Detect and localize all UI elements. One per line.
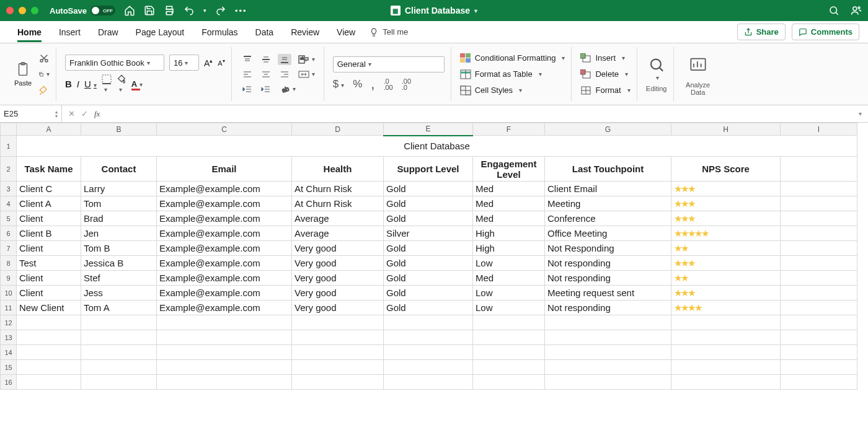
cell[interactable]: Med (473, 182, 545, 196)
row-header[interactable]: 3 (1, 182, 17, 196)
cell[interactable] (781, 286, 857, 300)
cell[interactable] (671, 315, 781, 330)
column-header-F[interactable]: F (473, 123, 545, 136)
cell[interactable] (384, 360, 473, 375)
cell[interactable] (781, 360, 857, 375)
table-header-cell[interactable]: Engagement Level (473, 157, 545, 182)
maximize-window-icon[interactable] (31, 7, 38, 14)
cell[interactable]: Average (292, 211, 384, 226)
share-button[interactable]: Share (737, 24, 786, 40)
cell[interactable]: Larry (81, 182, 157, 196)
cell[interactable]: Gold (384, 300, 473, 315)
cell[interactable] (473, 345, 545, 360)
cell[interactable] (17, 375, 81, 390)
align-top-icon[interactable] (241, 54, 254, 65)
cell[interactable] (81, 375, 157, 390)
nps-stars-cell[interactable]: ★★ (671, 241, 781, 256)
format-painter-icon[interactable] (38, 85, 50, 96)
cell[interactable] (671, 345, 781, 360)
cell[interactable]: Client C (17, 182, 81, 196)
comments-button[interactable]: Comments (792, 24, 859, 40)
delete-button[interactable]: Delete (580, 68, 630, 81)
editing-button[interactable] (646, 56, 667, 81)
cell[interactable]: Not Responding (545, 241, 671, 256)
print-icon[interactable] (164, 5, 175, 16)
cell[interactable]: New Client (17, 300, 81, 315)
cell[interactable]: Med (473, 271, 545, 286)
cell[interactable] (17, 330, 81, 345)
font-size-select[interactable]: 16 (169, 55, 199, 71)
cell[interactable]: Tom A (81, 300, 157, 315)
cell[interactable]: Tom (81, 196, 157, 211)
cell[interactable]: Gold (384, 286, 473, 300)
row-header[interactable]: 7 (1, 241, 17, 256)
tab-home[interactable]: Home (9, 21, 50, 43)
insert-button[interactable]: Insert (580, 52, 630, 64)
spreadsheet-grid[interactable]: ABCDEFGHI 1Client Database2Task NameCont… (0, 123, 868, 443)
cell[interactable]: Client (17, 286, 81, 300)
cell[interactable] (292, 375, 384, 390)
cell[interactable]: Client B (17, 226, 81, 241)
underline-button[interactable]: U (84, 79, 97, 89)
column-header-B[interactable]: B (81, 123, 157, 136)
cell[interactable] (81, 315, 157, 330)
percent-icon[interactable]: % (353, 78, 362, 90)
cell[interactable] (671, 375, 781, 390)
cell[interactable]: Example@example.com (157, 286, 292, 300)
cell[interactable]: Gold (384, 196, 473, 211)
cell[interactable]: Gold (384, 256, 473, 271)
cell[interactable] (157, 330, 292, 345)
row-header[interactable]: 16 (1, 375, 17, 390)
align-right-icon[interactable] (278, 69, 291, 80)
nps-stars-cell[interactable]: ★★★ (671, 196, 781, 211)
cell[interactable] (473, 330, 545, 345)
cell[interactable] (545, 360, 671, 375)
cell[interactable] (671, 360, 781, 375)
cell-styles-button[interactable]: Cell Styles (460, 84, 565, 97)
column-header-I[interactable]: I (781, 123, 857, 136)
column-header-D[interactable]: D (292, 123, 384, 136)
cell[interactable]: Not responding (545, 271, 671, 286)
cell[interactable] (17, 345, 81, 360)
cell[interactable] (671, 330, 781, 345)
cell[interactable]: Med (473, 211, 545, 226)
cell[interactable] (781, 345, 857, 360)
expand-formula-bar-icon[interactable]: ▾ (852, 110, 868, 117)
home-icon[interactable] (124, 5, 135, 16)
align-bottom-icon[interactable] (278, 54, 291, 65)
row-header[interactable]: 2 (1, 157, 17, 182)
comma-icon[interactable]: , (371, 76, 374, 92)
cell[interactable] (292, 330, 384, 345)
cell[interactable]: Stef (81, 271, 157, 286)
copy-icon[interactable] (38, 69, 50, 80)
currency-icon[interactable]: $ (333, 78, 344, 90)
cell[interactable]: Jen (81, 226, 157, 241)
cancel-formula-icon[interactable]: ✕ (68, 109, 75, 118)
cell[interactable]: Gold (384, 271, 473, 286)
cell[interactable]: Very good (292, 300, 384, 315)
cell[interactable] (781, 375, 857, 390)
cell[interactable]: Brad (81, 211, 157, 226)
cell[interactable]: Med (473, 196, 545, 211)
cell[interactable] (545, 345, 671, 360)
cell[interactable]: Example@example.com (157, 256, 292, 271)
italic-button[interactable]: I (77, 79, 79, 89)
cell[interactable]: Example@example.com (157, 241, 292, 256)
autosave-toggle[interactable]: AutoSave OFF (50, 6, 115, 15)
nps-stars-cell[interactable]: ★★ (671, 271, 781, 286)
cell[interactable]: High (473, 226, 545, 241)
cell[interactable]: Gold (384, 241, 473, 256)
row-header[interactable]: 1 (1, 136, 17, 157)
cell[interactable] (473, 315, 545, 330)
format-button[interactable]: Format (580, 84, 630, 97)
format-as-table-button[interactable]: Format as Table (460, 68, 565, 81)
cell[interactable]: Gold (384, 211, 473, 226)
cell[interactable] (157, 315, 292, 330)
search-icon[interactable] (828, 5, 839, 16)
cell[interactable]: At Churn Risk (292, 196, 384, 211)
nps-stars-cell[interactable]: ★★★ (671, 211, 781, 226)
undo-menu-caret[interactable]: ▾ (203, 7, 206, 14)
cell[interactable] (781, 241, 857, 256)
row-header[interactable]: 12 (1, 315, 17, 330)
nps-stars-cell[interactable]: ★★★★ (671, 300, 781, 315)
